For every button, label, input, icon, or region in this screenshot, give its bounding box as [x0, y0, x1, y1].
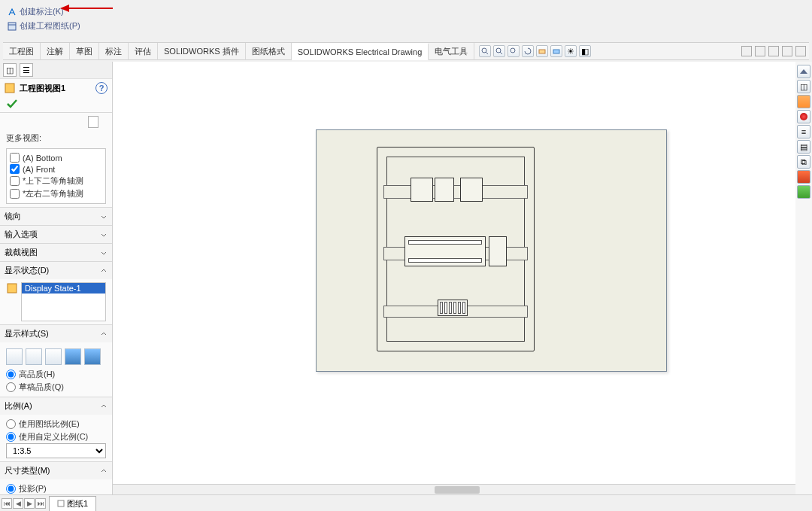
cabinet-assembly[interactable] [377, 147, 535, 351]
tab-addins[interactable]: SOLIDWORKS 插件 [158, 43, 246, 60]
sheet-last-icon[interactable]: ⏭ [35, 498, 46, 509]
tab-annotation[interactable]: 注解 [41, 43, 70, 60]
view-dimetric2[interactable]: *左右二等角轴测 [10, 187, 102, 200]
view-bottom[interactable]: (A) Bottom [10, 152, 102, 163]
properties-icon[interactable]: ≡ [797, 125, 810, 138]
view-dimetric1[interactable]: *上下二等角轴测 [10, 175, 102, 187]
svg-rect-12 [8, 284, 17, 293]
menu-create-drawing[interactable]: 创建工程图纸(P) [5, 19, 83, 33]
svg-rect-9 [539, 50, 545, 53]
appearance-icon[interactable] [797, 110, 810, 123]
tab-evaluate[interactable]: 评估 [129, 43, 158, 60]
zoom-area-icon[interactable] [493, 45, 505, 57]
tab-dimension[interactable]: 标注 [99, 43, 129, 60]
doc-icon [88, 116, 98, 128]
home-icon[interactable] [797, 65, 810, 78]
panel-icon1[interactable]: ◫ [3, 63, 17, 77]
library-icon[interactable] [797, 95, 810, 108]
section-import[interactable]: 输入选项 [0, 226, 112, 243]
more-views-label: 更多视图: [6, 129, 106, 147]
svg-point-8 [511, 48, 515, 53]
zoom-fit-icon[interactable] [508, 45, 520, 57]
cube-icon[interactable]: ◧ [579, 45, 591, 57]
projection-radio[interactable]: 投影(P) [6, 482, 106, 494]
sheet-prev-icon[interactable]: ◀ [13, 498, 23, 509]
window-close-icon[interactable] [795, 46, 806, 56]
confirm-icon[interactable] [6, 99, 18, 109]
tab-electrical-tools[interactable]: 电气工具 [429, 43, 474, 60]
style-hidden-icon[interactable] [26, 348, 42, 365]
section-display-state[interactable]: 显示状态(D) [0, 262, 112, 279]
tab-sketch[interactable]: 草图 [70, 43, 99, 60]
horizontal-scrollbar[interactable] [113, 484, 801, 494]
section-crop[interactable]: 裁截视图 [0, 244, 112, 261]
scale-select[interactable]: 1:3.5 [6, 443, 106, 458]
svg-marker-3 [60, 5, 69, 12]
display-icon[interactable] [550, 45, 562, 57]
panel-title: 工程图视图1 [20, 83, 65, 94]
window-option2-icon[interactable] [755, 46, 765, 56]
chevron-up-icon [100, 267, 108, 275]
electrical-icon[interactable] [797, 185, 810, 199]
style-shaded-edges-icon[interactable] [65, 348, 81, 365]
svg-rect-10 [553, 50, 559, 53]
use-sheet-scale[interactable]: 使用图纸比例(E) [6, 418, 106, 430]
forum-icon[interactable]: ⧉ [797, 155, 810, 169]
section-dim-type[interactable]: 尺寸类型(M) [0, 462, 112, 479]
chevron-down-icon [100, 213, 108, 221]
chevron-down-icon [100, 231, 108, 239]
panel-icon2[interactable]: ☰ [20, 63, 33, 77]
chevron-up-icon [100, 330, 108, 338]
sheet-tab[interactable]: 图纸1 [49, 496, 96, 511]
window-maximize-icon[interactable] [782, 46, 792, 56]
zoom-icon[interactable] [479, 45, 491, 57]
display-state-list[interactable]: Display State-1 [21, 282, 106, 321]
tab-electrical-drawing[interactable]: SOLIDWORKS Electrical Drawing [292, 43, 429, 60]
sw-icon[interactable] [797, 170, 810, 184]
chevron-up-icon [100, 467, 108, 475]
style-hlr-icon[interactable] [45, 348, 62, 365]
window-option1-icon[interactable] [741, 46, 752, 56]
property-panel: ◫ ☰ 工程图视图1 ? 更多视图: (A) Bottom (A) Front … [0, 62, 113, 494]
window-minimize-icon[interactable] [768, 46, 779, 56]
task-pane: ◫ ≡ ▤ ⧉ [795, 62, 812, 494]
use-custom-scale[interactable]: 使用自定义比例(C) [6, 430, 106, 443]
svg-rect-0 [8, 23, 16, 30]
tab-sheetformat[interactable]: 图纸格式 [246, 43, 292, 60]
display-state-item[interactable]: Display State-1 [22, 283, 105, 294]
help-icon[interactable]: ? [95, 82, 108, 94]
rotate-icon[interactable] [522, 45, 534, 57]
section-display-style[interactable]: 显示样式(S) [0, 325, 112, 342]
sheet-first-icon[interactable]: ⏮ [2, 498, 12, 509]
sheet-tabs-bar: ⏮ ◀ ▶ ⏭ 图纸1 [0, 494, 812, 511]
annotation-arrow [60, 3, 113, 14]
light-icon[interactable]: ☀ [565, 45, 577, 57]
clipboard-icon[interactable]: ▤ [797, 140, 810, 154]
command-tabs: 工程图 注解 草图 标注 评估 SOLIDWORKS 插件 图纸格式 SOLID… [3, 42, 809, 60]
view-icon[interactable] [536, 45, 548, 57]
svg-rect-11 [5, 84, 14, 93]
chevron-down-icon [100, 249, 108, 257]
style-wireframe-icon[interactable] [6, 348, 23, 365]
svg-line-7 [500, 52, 502, 54]
section-mirror[interactable]: 镜向 [0, 208, 112, 225]
view-front[interactable]: (A) Front [10, 163, 102, 175]
svg-line-5 [486, 52, 488, 54]
drawing-sheet[interactable] [316, 129, 667, 372]
chevron-up-icon [100, 403, 108, 410]
section-scale[interactable]: 比例(A) [0, 397, 112, 415]
menu-create-annotation-label: 创建标注(K) [20, 6, 64, 17]
svg-rect-13 [58, 500, 64, 506]
resources-icon[interactable]: ◫ [797, 80, 810, 93]
style-shaded-icon[interactable] [84, 348, 101, 365]
sheet-next-icon[interactable]: ▶ [24, 498, 35, 509]
sheet-icon [57, 500, 65, 507]
more-views-list: (A) Bottom (A) Front *上下二等角轴测 *左右二等角轴测 [6, 148, 106, 204]
view-badge-icon [5, 83, 15, 93]
draft-radio[interactable]: 草稿品质(Q) [6, 381, 106, 394]
menu-create-drawing-label: 创建工程图纸(P) [20, 20, 80, 32]
tab-drawing[interactable]: 工程图 [3, 43, 41, 60]
graphics-area[interactable] [113, 62, 812, 494]
display-state-icon [6, 282, 18, 294]
hq-radio[interactable]: 高品质(H) [6, 368, 106, 381]
